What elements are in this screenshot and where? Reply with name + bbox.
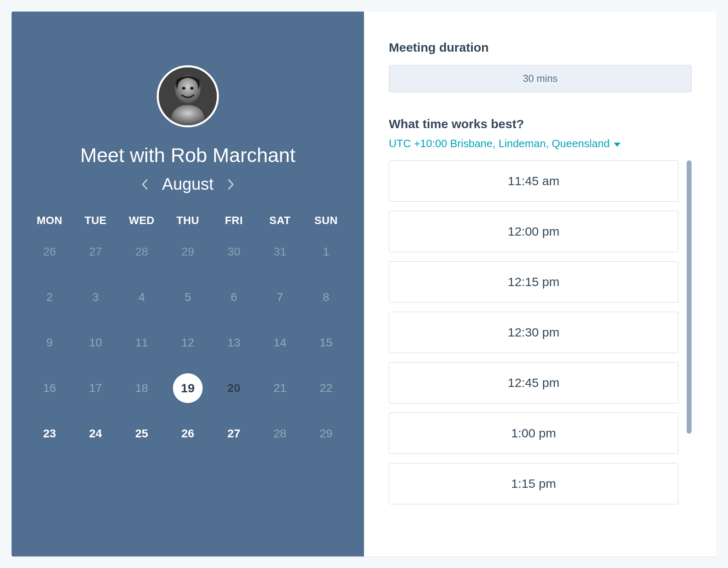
calendar-day[interactable]: 11 [131,332,153,354]
calendar-day-cell: 21 [257,376,303,401]
calendar-day-cell: 27 [211,421,257,446]
duration-heading: Meeting duration [389,41,692,55]
svg-point-2 [182,87,185,90]
calendar-day[interactable]: 27 [84,241,107,263]
calendar-day-cell: 22 [303,376,349,401]
calendar-grid: MONTUEWEDTHUFRISATSUN 262728293031123456… [26,214,349,446]
calendar-day-cell: 1 [303,239,349,264]
calendar-day-cell: 10 [72,330,118,355]
calendar-day-cell: 18 [119,376,165,401]
time-slot[interactable]: 1:15 pm [389,463,678,504]
chevron-left-icon [141,179,148,190]
calendar-day[interactable]: 18 [131,377,153,399]
calendar-day[interactable]: 1 [315,241,337,263]
calendar-day-cell: 30 [211,239,257,264]
calendar-day[interactable]: 13 [223,332,245,354]
calendar-day-cell: 6 [211,285,257,310]
time-slots-wrapper: 11:45 am12:00 pm12:15 pm12:30 pm12:45 pm… [389,160,692,540]
calendar-day[interactable]: 10 [84,332,107,354]
time-slots-list[interactable]: 11:45 am12:00 pm12:15 pm12:30 pm12:45 pm… [389,160,680,540]
calendar-day-cell: 20 [211,376,257,401]
calendar-day[interactable]: 20 [223,377,245,399]
calendar-day[interactable]: 29 [177,241,199,263]
calendar-day[interactable]: 4 [131,286,153,308]
time-heading: What time works best? [389,117,692,131]
duration-selector[interactable]: 30 mins [389,65,692,92]
next-month-button[interactable] [226,179,236,189]
calendar-day[interactable]: 28 [131,241,153,263]
calendar-day-cell: 26 [26,239,72,264]
month-navigation: August [140,175,236,193]
calendar-day-cell: 4 [119,285,165,310]
calendar-day-cell: 9 [26,330,72,355]
time-slot[interactable]: 12:00 pm [389,211,678,252]
days-grid: 2627282930311234567891011121314151617181… [26,239,349,446]
calendar-day-cell: 12 [165,330,211,355]
weekday-header: THU [165,214,211,227]
calendar-day[interactable]: 19 [173,373,203,403]
calendar-day[interactable]: 2 [38,286,61,308]
month-label: August [162,175,214,193]
calendar-day-cell: 26 [165,421,211,446]
calendar-day-cell: 15 [303,330,349,355]
calendar-day[interactable]: 31 [269,241,291,263]
calendar-day-cell: 27 [72,239,118,264]
calendar-day[interactable]: 21 [269,377,291,399]
calendar-day-cell: 24 [72,421,118,446]
calendar-day[interactable]: 24 [84,422,107,445]
calendar-day[interactable]: 28 [269,422,291,445]
calendar-day[interactable]: 29 [315,422,337,445]
calendar-day[interactable]: 27 [223,422,245,445]
calendar-day[interactable]: 15 [315,332,337,354]
calendar-day-cell: 13 [211,330,257,355]
time-slot[interactable]: 12:15 pm [389,261,678,303]
calendar-day[interactable]: 16 [38,377,61,399]
calendar-day[interactable]: 3 [84,286,107,308]
time-slot[interactable]: 12:45 pm [389,362,678,403]
calendar-day[interactable]: 26 [177,422,199,445]
calendar-day[interactable]: 30 [223,241,245,263]
calendar-day[interactable]: 9 [38,332,61,354]
calendar-day-cell: 14 [257,330,303,355]
calendar-day-cell: 17 [72,376,118,401]
calendar-panel: Meet with Rob Marchant August MONTUEWEDT… [12,12,364,556]
avatar-placeholder-icon [159,67,217,125]
scrollbar-thumb[interactable] [687,160,692,434]
calendar-day[interactable]: 25 [131,422,153,445]
meeting-title: Meet with Rob Marchant [80,144,295,167]
weekday-header: FRI [211,214,257,227]
time-slot[interactable]: 1:00 pm [389,413,678,454]
scrollbar-track[interactable] [687,160,692,540]
calendar-day-cell: 3 [72,285,118,310]
calendar-day-cell: 19 [165,376,211,401]
calendar-day[interactable]: 7 [269,286,291,308]
calendar-day-cell: 2 [26,285,72,310]
weekday-header: SUN [303,214,349,227]
caret-down-icon [614,143,620,147]
weekday-header: SAT [257,214,303,227]
calendar-day[interactable]: 23 [38,422,61,445]
host-avatar [157,65,219,127]
calendar-day[interactable]: 14 [269,332,291,354]
calendar-day[interactable]: 22 [315,377,337,399]
prev-month-button[interactable] [140,179,150,189]
calendar-day-cell: 29 [303,421,349,446]
calendar-day[interactable]: 26 [38,241,61,263]
weekday-header: TUE [72,214,118,227]
calendar-day-cell: 16 [26,376,72,401]
calendar-day[interactable]: 8 [315,286,337,308]
calendar-day-cell: 8 [303,285,349,310]
timezone-label: UTC +10:00 Brisbane, Lindeman, Queenslan… [389,137,610,150]
calendar-day[interactable]: 5 [177,286,199,308]
weekday-header: WED [119,214,165,227]
timezone-selector[interactable]: UTC +10:00 Brisbane, Lindeman, Queenslan… [389,137,692,150]
calendar-day-cell: 25 [119,421,165,446]
calendar-day-cell: 29 [165,239,211,264]
calendar-day[interactable]: 12 [177,332,199,354]
calendar-day-cell: 23 [26,421,72,446]
calendar-day[interactable]: 6 [223,286,245,308]
time-slot[interactable]: 11:45 am [389,160,678,202]
calendar-day-cell: 7 [257,285,303,310]
calendar-day[interactable]: 17 [84,377,107,399]
time-slot[interactable]: 12:30 pm [389,312,678,353]
